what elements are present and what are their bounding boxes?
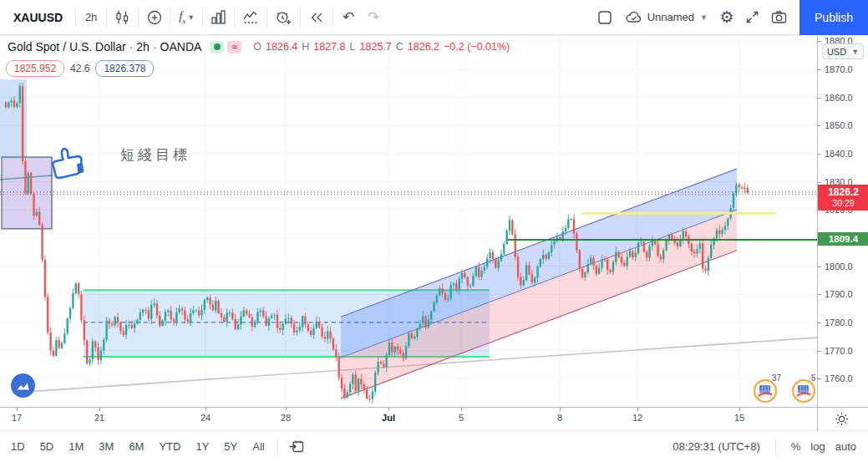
toolbar-divider <box>775 439 776 455</box>
price-tick-mark <box>818 69 821 70</box>
time-tick-label: 17 <box>12 413 22 423</box>
financials-button[interactable] <box>206 5 231 30</box>
time-tick-label: Jul <box>382 413 395 423</box>
percent-scale-toggle[interactable]: % <box>791 440 801 453</box>
idea-bubble-2[interactable] <box>792 379 815 403</box>
time-tick-label: 28 <box>281 413 291 423</box>
column-chart-icon <box>211 9 226 25</box>
save-layout-button[interactable]: Unnamed ▼ <box>618 10 714 25</box>
chart-legend[interactable]: Gold Spot / U.S. Dollar · 2h · OANDA ≈ O… <box>8 40 510 53</box>
toolbar-separator <box>75 8 76 28</box>
chevron-down-icon: ▼ <box>851 48 859 56</box>
idea-badge-count: 37 <box>772 373 781 383</box>
left-price-box[interactable] <box>2 157 52 229</box>
time-tick-mark <box>560 408 561 411</box>
fullscreen-button[interactable] <box>739 5 765 30</box>
chart-text-annotation[interactable]: 短綫目標 <box>120 145 190 165</box>
camera-icon <box>770 9 788 25</box>
price-tick-label: 1780.0 <box>825 317 853 327</box>
chart-style-button[interactable] <box>109 5 135 30</box>
compare-button[interactable] <box>141 5 168 30</box>
ohlc-letter: L <box>350 41 356 53</box>
thumbs-up-icon[interactable] <box>45 145 85 186</box>
replay-button[interactable] <box>303 5 330 30</box>
price-tick-label: 1790.0 <box>825 289 853 299</box>
chart-plot-area[interactable]: Gold Spot / U.S. Dollar · 2h · OANDA ≈ O… <box>0 36 817 407</box>
price-level-pill-blue[interactable]: 1826.378 <box>95 60 154 77</box>
chart-main: Gold Spot / U.S. Dollar · 2h · OANDA ≈ O… <box>0 36 868 430</box>
price-chart-canvas[interactable] <box>0 36 817 407</box>
ohlc-value: 1827.8 <box>313 41 345 53</box>
price-level-pill-red[interactable]: 1825.952 <box>6 60 64 77</box>
support-price-label: 1809.4 <box>818 232 868 246</box>
price-axis[interactable]: 1760.01770.01780.01790.01800.01820.01830… <box>817 36 868 407</box>
time-axis[interactable]: 17212428Jul581215 <box>0 407 868 430</box>
templates-button[interactable] <box>237 5 264 30</box>
snapshot-button[interactable] <box>765 5 793 30</box>
layout-button[interactable] <box>591 5 618 30</box>
legend-separator: · <box>129 40 134 53</box>
go-to-date-button[interactable] <box>283 434 310 459</box>
chevron-down-icon: ▼ <box>187 13 195 22</box>
settings-button[interactable]: ⚙ <box>714 5 739 30</box>
range-button-5d[interactable]: 5D <box>33 431 62 462</box>
chevron-down-icon: ▼ <box>700 13 708 22</box>
last-price-label: 1826.2 30:29 <box>818 185 868 211</box>
range-button-1m[interactable]: 1M <box>61 431 91 462</box>
price-tick-mark <box>818 125 821 126</box>
last-price-value: 1826.2 <box>818 186 868 198</box>
legend-separator: · <box>153 40 157 53</box>
calendar-arrow-icon <box>288 439 305 454</box>
time-tick-label: 21 <box>94 413 104 423</box>
toolbar-divider <box>277 439 278 455</box>
range-button-ytd[interactable]: YTD <box>151 431 188 462</box>
price-tick-label: 1800.0 <box>825 261 853 272</box>
range-button-6m[interactable]: 6M <box>121 431 151 462</box>
change-value: −0.2 (−0.01%) <box>444 41 510 53</box>
redo-button[interactable]: ↷ <box>361 5 386 30</box>
mountain-icon <box>15 378 31 393</box>
currency-selector[interactable]: USD ▼ <box>822 43 864 59</box>
drawing-value-row: 1825.952 42.6 1826.378 <box>6 60 154 77</box>
time-tick-mark <box>739 408 740 411</box>
toolbar-separator <box>300 8 301 28</box>
fx-indicators-icon: fx <box>179 9 185 25</box>
rewind-icon <box>308 10 325 25</box>
price-tick-mark <box>818 351 821 352</box>
publish-button[interactable]: Publish <box>799 0 868 35</box>
indicators-button[interactable]: fx ▼ <box>174 5 200 30</box>
time-tick-label: 24 <box>201 413 211 423</box>
time-tick-mark <box>99 408 100 411</box>
time-tick-label: 12 <box>632 413 642 423</box>
idea-badge-count: 5 <box>811 373 816 383</box>
currency-label: USD <box>827 47 846 57</box>
range-button-5y[interactable]: 5Y <box>216 431 245 462</box>
symbol-button[interactable]: XAUUSD <box>0 11 73 24</box>
interval-button[interactable]: 2h <box>79 5 104 30</box>
idea-bubble-1[interactable] <box>754 379 777 403</box>
range-button-1y[interactable]: 1Y <box>188 431 216 462</box>
approx-data-icon[interactable]: ≈ <box>227 41 241 53</box>
auto-scale-toggle[interactable]: auto <box>835 440 856 453</box>
log-scale-toggle[interactable]: log <box>810 440 825 453</box>
alert-button[interactable] <box>270 5 297 30</box>
channel-mid-line[interactable] <box>341 210 737 358</box>
undo-button[interactable]: ↶ <box>336 5 361 30</box>
range-button-3m[interactable]: 3M <box>91 431 121 462</box>
theme-sun-icon[interactable] <box>835 412 849 428</box>
top-toolbar: XAUUSD 2h fx ▼ ↶ ↷ Unnamed ▼ ⚙ <box>0 0 868 36</box>
market-status-icon[interactable] <box>210 41 224 53</box>
time-tick-mark <box>388 408 389 411</box>
bar-countdown: 30:29 <box>818 198 868 208</box>
range-button-1d[interactable]: 1D <box>3 431 33 462</box>
time-tick-mark <box>206 408 206 411</box>
range-button-all[interactable]: All <box>245 431 272 462</box>
line-chart-icon <box>242 9 259 25</box>
toolbar-separator <box>170 8 171 28</box>
clock-timezone[interactable]: 08:29:31 (UTC+8) <box>673 440 759 453</box>
ohlc-value: 1825.7 <box>360 41 392 53</box>
legend-exchange: OANDA <box>160 40 202 53</box>
price-tick-mark <box>818 267 821 267</box>
toolbar-separator <box>202 8 203 28</box>
idea-bubble-blue[interactable] <box>11 373 35 398</box>
